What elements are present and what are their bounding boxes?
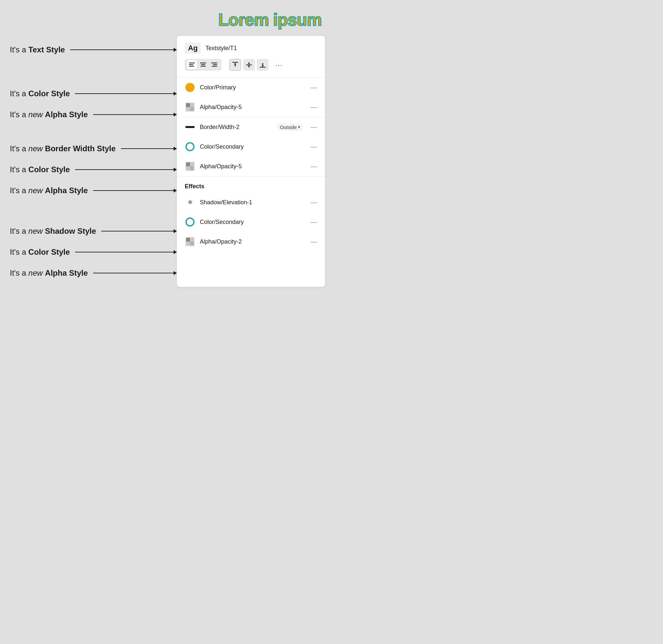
orange-circle [185,83,195,92]
alpha-style-1-row: It's a new Alpha Style [10,104,177,125]
svg-rect-22 [190,107,194,111]
arrow-line-inner-3 [93,114,174,115]
alpha-opacity-icon-2 [185,161,195,171]
gap-effects [10,201,177,221]
alpha-style-3-row: It's a new Alpha Style [10,262,177,283]
border-width-2-dash: — [311,123,317,131]
svg-marker-14 [248,62,250,64]
svg-rect-34 [186,242,190,246]
border-style-arrow [121,147,177,151]
fill-section: Color/Primary — Alpha/Opacity- [177,77,325,117]
text-style-row: It's a Text Style [10,39,177,60]
teal-circle-1 [185,142,195,151]
teal-circle-2 [185,217,195,227]
svg-marker-19 [262,66,264,67]
alpha-squares-svg-1 [185,102,195,112]
left-panel: It's a Text Style It's a Color Style It'… [0,36,177,287]
alpha-style-3-arrow [93,271,177,275]
arrow-head-3 [174,113,177,117]
arrow-head-8 [174,250,177,254]
effects-section: Effects ✺ Shadow/Elevation-1 — Color/Sec… [177,177,325,251]
svg-rect-7 [213,64,217,65]
color-secondary-1-row: Color/Secondary — [177,137,325,157]
svg-rect-24 [186,107,190,111]
svg-rect-4 [201,64,205,65]
border-line-icon [185,126,195,128]
border-icon-wrap [185,122,195,132]
align-group [185,59,221,71]
alpha-style-1-arrow [93,113,177,117]
svg-rect-32 [190,242,194,246]
shadow-elevation-1-label: Shadow/Elevation-1 [200,199,306,206]
color-style-2-row: It's a Color Style [10,159,177,180]
alpha-opacity-5-1-dash: — [311,104,317,111]
color-style-1-label: It's a Color Style [10,89,70,98]
svg-rect-0 [189,63,195,64]
svg-rect-2 [189,66,194,67]
shadow-style-row: It's a new Shadow Style [10,221,177,242]
alpha-opacity-5-1-row: Alpha/Opacity-5 — [177,97,325,117]
arrow-line-inner-4 [121,148,174,149]
right-panel: Ag Textstyle/T1 [177,36,325,287]
arrow-line-inner-6 [93,190,174,191]
svg-rect-8 [212,66,217,67]
arrow-line-inner-5 [75,169,174,170]
arrow-line-inner-8 [75,252,174,252]
more-options-btn[interactable]: ··· [273,59,285,71]
color-style-1-arrow [75,92,177,96]
svg-rect-5 [200,66,206,67]
alpha-opacity-5-2-label: Alpha/Opacity-5 [200,163,306,170]
valign-middle-btn[interactable] [243,59,255,71]
align-right-btn[interactable] [209,60,219,69]
text-style-controls: ··· [185,59,317,71]
text-style-name: Textstyle/T1 [205,45,237,52]
stroke-section: Border/Width-2 Outside ▾ — Color/Seconda… [177,117,325,177]
border-style-label: It's a new Border Width Style [10,144,116,153]
logo-area: Lorem ipsum [0,6,332,36]
svg-rect-3 [200,63,206,64]
alpha-style-2-arrow [93,189,177,192]
outside-badge[interactable]: Outside ▾ [277,123,303,131]
page-container: Lorem ipsum It's a Text Style It's a Col… [0,0,332,322]
alpha-squares-svg-3 [185,237,195,246]
alpha-opacity-5-2-dash: — [311,163,317,170]
svg-rect-12 [246,65,252,66]
color-secondary-1-icon [185,141,195,152]
align-left-btn[interactable] [187,60,197,69]
align-center-btn[interactable] [198,60,208,69]
effects-header: Effects [177,177,325,192]
ag-badge: Ag [185,43,201,54]
shadow-style-label: It's a new Shadow Style [10,227,96,236]
text-style-arrow [70,48,177,52]
color-primary-label: Color/Primary [200,84,306,91]
text-style-header: Ag Textstyle/T1 [185,43,317,54]
arrow-line-inner-9 [93,273,174,273]
alpha-opacity-2-label: Alpha/Opacity-2 [200,238,306,245]
arrow-line-inner [70,49,174,50]
arrow-head-6 [174,189,177,192]
border-width-2-label: Border/Width-2 [200,124,272,131]
shadow-icon-wrap: ✺ [185,197,195,208]
color-primary-row: Color/Primary — [177,77,325,97]
svg-rect-17 [260,67,266,68]
svg-rect-1 [189,64,193,65]
color-primary-icon [185,82,195,93]
alpha-style-3-label: It's a new Alpha Style [10,269,88,278]
shadow-elevation-1-dash: — [311,199,317,206]
main-layout: It's a Text Style It's a Color Style It'… [0,36,332,287]
svg-marker-11 [234,63,237,65]
valign-top-btn[interactable] [229,59,241,71]
arrow-line-inner-7 [101,231,174,231]
alpha-style-2-row: It's a new Alpha Style [10,180,177,201]
svg-rect-27 [190,166,194,170]
arrow-head-7 [174,229,177,233]
svg-rect-28 [190,162,194,166]
color-style-3-row: It's a Color Style [10,242,177,262]
alpha-squares-svg-2 [185,162,195,171]
logo-text: Lorem ipsum [219,10,322,29]
alpha-style-2-label: It's a new Alpha Style [10,186,88,195]
alpha-style-1-label: It's a new Alpha Style [10,110,88,119]
color-style-2-label: It's a Color Style [10,165,70,174]
svg-rect-33 [190,238,194,242]
valign-bottom-btn[interactable] [257,59,269,71]
